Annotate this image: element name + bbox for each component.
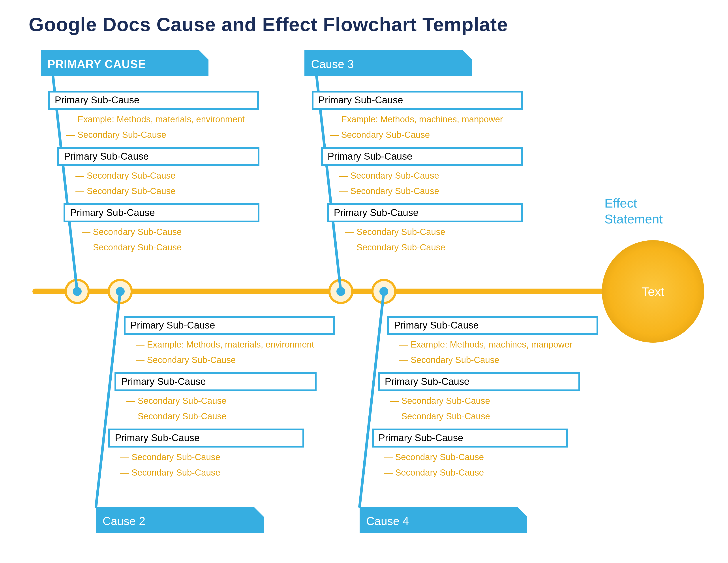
cause-3-title: Cause 3 [311, 58, 354, 70]
cause-1-sub2-sec1: — Secondary Sub-Cause [75, 171, 176, 180]
cause-1-sub3-text: Primary Sub-Cause [70, 207, 155, 218]
cause-4-bone [360, 292, 384, 507]
cause-3-sub1-sec1: — Example: Methods, machines, manpower [330, 114, 503, 124]
cause-2-branch: Primary Sub-Cause — Example: Methods, ma… [96, 280, 334, 533]
cause-3-sub1-sec2: — Secondary Sub-Cause [330, 130, 430, 139]
cause-4-sub3-text: Primary Sub-Cause [379, 432, 463, 443]
cause-2-title: Cause 2 [103, 515, 145, 527]
cause-2-sub1-sec1: — Example: Methods, materials, environme… [136, 340, 314, 349]
cause-1-sub1-text: Primary Sub-Cause [55, 94, 139, 105]
cause-2-sub3-text: Primary Sub-Cause [115, 432, 200, 443]
cause-3-sub2-text: Primary Sub-Cause [328, 151, 412, 162]
cause-4-sub3-sec1: — Secondary Sub-Cause [384, 452, 484, 462]
effect-circle-text: Text [642, 285, 664, 299]
cause-4-sub1-text: Primary Sub-Cause [394, 320, 479, 331]
cause-3-sub2-sec2: — Secondary Sub-Cause [339, 186, 439, 196]
cause-1-sub2-text: Primary Sub-Cause [64, 151, 149, 162]
cause-4-branch: Primary Sub-Cause — Example: Methods, ma… [360, 280, 597, 533]
cause-4-sub2-text: Primary Sub-Cause [385, 376, 469, 387]
cause-1-sub1-sec2: — Secondary Sub-Cause [66, 130, 166, 139]
cause-1-sub2-sec2: — Secondary Sub-Cause [75, 186, 176, 196]
page: Google Docs Cause and Effect Flowchart T… [0, 0, 728, 563]
cause-4-title: Cause 4 [366, 515, 409, 527]
cause-4-sub2-sec2: — Secondary Sub-Cause [390, 411, 490, 421]
cause-3-sub3-sec1: — Secondary Sub-Cause [345, 227, 445, 237]
cause-2-sub2-sec1: — Secondary Sub-Cause [126, 396, 227, 406]
cause-2-sub3-sec1: — Secondary Sub-Cause [120, 452, 220, 462]
cause-3-sub2-sec1: — Secondary Sub-Cause [339, 171, 439, 180]
cause-3-branch: Cause 3 Primary Sub-Cause — Example: Met… [304, 50, 522, 303]
effect-label-line2: Statement [604, 212, 663, 226]
cause-2-bone [96, 292, 120, 507]
cause-2-sub1-sec2: — Secondary Sub-Cause [136, 355, 236, 365]
cause-4-sub3-sec2: — Secondary Sub-Cause [384, 468, 484, 477]
cause-1-branch: PRIMARY CAUSE Primary Sub-Cause — Exampl… [41, 50, 259, 303]
cause-2-sub2-sec2: — Secondary Sub-Cause [126, 411, 227, 421]
cause-1-sub3-sec2: — Secondary Sub-Cause [82, 242, 182, 252]
fishbone-diagram: Text Effect Statement PRIMARY CAUSE Prim… [0, 0, 728, 563]
cause-2-sub1-text: Primary Sub-Cause [130, 320, 215, 331]
cause-1-sub1-sec1: — Example: Methods, materials, environme… [66, 114, 245, 124]
cause-4-sub1-sec1: — Example: Methods, machines, manpower [399, 340, 572, 349]
cause-1-sub3-sec1: — Secondary Sub-Cause [82, 227, 182, 237]
cause-3-sub3-sec2: — Secondary Sub-Cause [345, 242, 445, 252]
cause-4-sub1-sec2: — Secondary Sub-Cause [399, 355, 499, 365]
cause-4-sub2-sec1: — Secondary Sub-Cause [390, 396, 490, 406]
effect-label-line1: Effect [604, 196, 637, 210]
cause-1-title: PRIMARY CAUSE [47, 58, 146, 70]
cause-2-sub2-text: Primary Sub-Cause [121, 376, 206, 387]
cause-2-sub3-sec2: — Secondary Sub-Cause [120, 468, 220, 477]
cause-3-sub1-text: Primary Sub-Cause [318, 94, 403, 105]
cause-3-sub3-text: Primary Sub-Cause [334, 207, 418, 218]
